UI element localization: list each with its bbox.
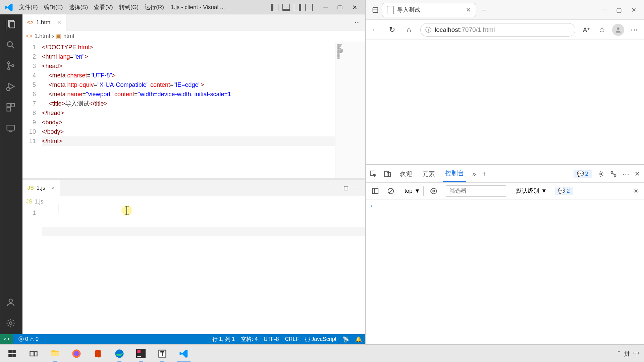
- file-explorer-button[interactable]: [44, 345, 66, 362]
- minimize-button[interactable]: ─: [323, 4, 328, 11]
- console-output[interactable]: ›: [366, 199, 644, 344]
- context-selector[interactable]: top ▼: [401, 186, 424, 196]
- indentation-status[interactable]: 空格: 4: [241, 336, 258, 343]
- message-count-badge[interactable]: 💬2: [555, 187, 573, 195]
- close-devtools-icon[interactable]: ✕: [635, 170, 640, 178]
- remote-explorer-icon[interactable]: [6, 123, 17, 134]
- tab-console[interactable]: 控制台: [443, 166, 466, 182]
- encoding-status[interactable]: UTF-8: [264, 336, 279, 343]
- profile-avatar[interactable]: [612, 24, 624, 36]
- live-expression-icon[interactable]: [428, 186, 439, 196]
- more-tabs-icon[interactable]: »: [472, 170, 476, 178]
- bell-icon[interactable]: 🔔: [355, 336, 362, 343]
- account-icon[interactable]: [6, 297, 17, 309]
- feedback-icon[interactable]: 📡: [342, 336, 349, 343]
- close-tab-icon[interactable]: ✕: [466, 6, 471, 14]
- console-settings-icon[interactable]: [632, 187, 640, 195]
- browser-window: 导入测试 ✕ + ─ ▢ ✕ ← ↻ ⌂ ⓘ localhost:7070/1.…: [366, 0, 644, 345]
- menu-go[interactable]: 转到(G): [116, 2, 142, 12]
- new-tab-button[interactable]: +: [477, 3, 491, 17]
- page-content[interactable]: [366, 40, 644, 164]
- menu-select[interactable]: 选择(S): [66, 2, 91, 12]
- language-status[interactable]: { } JavaScript: [305, 336, 336, 343]
- device-toggle-icon[interactable]: [383, 170, 391, 178]
- read-aloud-icon[interactable]: A⁺: [581, 24, 592, 35]
- task-view-button[interactable]: [23, 345, 44, 362]
- explorer-icon[interactable]: [6, 19, 17, 31]
- source-control-icon[interactable]: [6, 61, 17, 72]
- search-icon[interactable]: [6, 40, 17, 51]
- tab-1-html[interactable]: <> 1.html ×: [22, 14, 66, 31]
- menu-run[interactable]: 运行(R): [142, 2, 167, 12]
- maximize-button[interactable]: ▢: [337, 4, 343, 11]
- home-button[interactable]: ⌂: [404, 24, 414, 35]
- sidebar-toggle-icon[interactable]: [370, 186, 381, 196]
- toggle-sidebar-icon[interactable]: [271, 4, 278, 11]
- tab-elements[interactable]: 元素: [420, 166, 437, 182]
- ime-lang-indicator[interactable]: 中: [633, 350, 639, 358]
- ime-indicator[interactable]: 拼: [624, 350, 630, 358]
- vscode-taskbar-button[interactable]: [173, 345, 195, 362]
- editor-group: <> 1.html × ⋯ <> 1.html › ▣ html 1234567…: [22, 14, 365, 334]
- menu-button[interactable]: ⋯: [629, 24, 640, 35]
- code-editor-js[interactable]: 1: [22, 207, 365, 334]
- log-level-selector[interactable]: 默认级别 ▼: [513, 186, 550, 196]
- dock-side-icon[interactable]: [610, 170, 617, 178]
- menu-edit[interactable]: 编辑(E): [41, 2, 66, 12]
- close-tab-icon[interactable]: ×: [51, 184, 55, 191]
- intellij-button[interactable]: [130, 345, 152, 362]
- minimize-button[interactable]: ─: [602, 6, 607, 14]
- minimap[interactable]: ████ ████ ██████████████████████████████…: [335, 42, 365, 178]
- inspect-element-icon[interactable]: [369, 170, 377, 178]
- extensions-icon[interactable]: [6, 102, 17, 114]
- more-actions-icon[interactable]: ⋯: [355, 185, 360, 191]
- window-controls: ─ ▢ ✕: [317, 4, 364, 11]
- debug-icon[interactable]: [6, 81, 17, 93]
- problems-status[interactable]: ⓧ0 ⚠0: [18, 336, 39, 343]
- close-tab-icon[interactable]: ×: [58, 19, 61, 26]
- tab-actions-button[interactable]: [369, 3, 382, 17]
- breadcrumb-bottom[interactable]: JS 1.js: [22, 196, 365, 207]
- edge-button[interactable]: [109, 345, 130, 362]
- eol-status[interactable]: CRLF: [285, 336, 299, 343]
- start-button[interactable]: [1, 345, 23, 362]
- close-button[interactable]: ✕: [631, 6, 636, 14]
- clear-console-icon[interactable]: [385, 186, 396, 196]
- settings-gear-icon[interactable]: [6, 318, 17, 329]
- refresh-button[interactable]: ↻: [387, 24, 397, 35]
- devtools-tabs: 欢迎 元素 控制台 » + 💬2 ⋯ ✕: [366, 165, 644, 183]
- text-app-button[interactable]: T: [152, 345, 173, 362]
- menu-file[interactable]: 文件(F): [16, 2, 41, 12]
- svg-rect-1: [10, 22, 15, 28]
- tab-welcome[interactable]: 欢迎: [397, 166, 414, 182]
- menu-view[interactable]: 查看(V): [91, 2, 116, 12]
- favorites-icon[interactable]: ☆: [597, 24, 607, 35]
- office-button[interactable]: [87, 345, 109, 362]
- breadcrumb-top[interactable]: <> 1.html › ▣ html: [22, 31, 365, 42]
- firefox-button[interactable]: [66, 345, 87, 362]
- customize-layout-icon[interactable]: [305, 4, 313, 11]
- remote-indicator[interactable]: [0, 334, 13, 344]
- code-editor-html[interactable]: 1234567891011 <!DOCTYPE html><html lang=…: [22, 42, 365, 178]
- address-bar[interactable]: ⓘ localhost:7070/1.html: [420, 23, 575, 37]
- settings-gear-icon[interactable]: [597, 170, 604, 178]
- cursor-position[interactable]: 行 1, 列 1: [212, 336, 235, 343]
- svg-point-34: [74, 351, 79, 356]
- toggle-panel-icon[interactable]: [282, 4, 290, 11]
- maximize-button[interactable]: ▢: [616, 6, 622, 14]
- more-icon[interactable]: ⋯: [623, 170, 629, 178]
- tray-overflow-icon[interactable]: ˄: [618, 350, 621, 357]
- issues-badge[interactable]: 💬2: [574, 170, 592, 178]
- tab-1-js[interactable]: JS 1.js ×: [22, 180, 60, 196]
- more-actions-icon[interactable]: ⋯: [355, 19, 360, 25]
- site-info-icon[interactable]: ⓘ: [425, 26, 431, 34]
- split-editor-icon[interactable]: ◫: [343, 185, 348, 191]
- close-button[interactable]: ✕: [352, 4, 357, 11]
- filter-input[interactable]: [446, 185, 506, 197]
- add-tab-icon[interactable]: +: [482, 170, 486, 178]
- toggle-secondary-icon[interactable]: [294, 4, 301, 11]
- svg-rect-17: [384, 171, 388, 177]
- back-button[interactable]: ←: [370, 24, 381, 35]
- browser-tab[interactable]: 导入测试 ✕: [382, 3, 476, 17]
- svg-point-2: [7, 42, 12, 47]
